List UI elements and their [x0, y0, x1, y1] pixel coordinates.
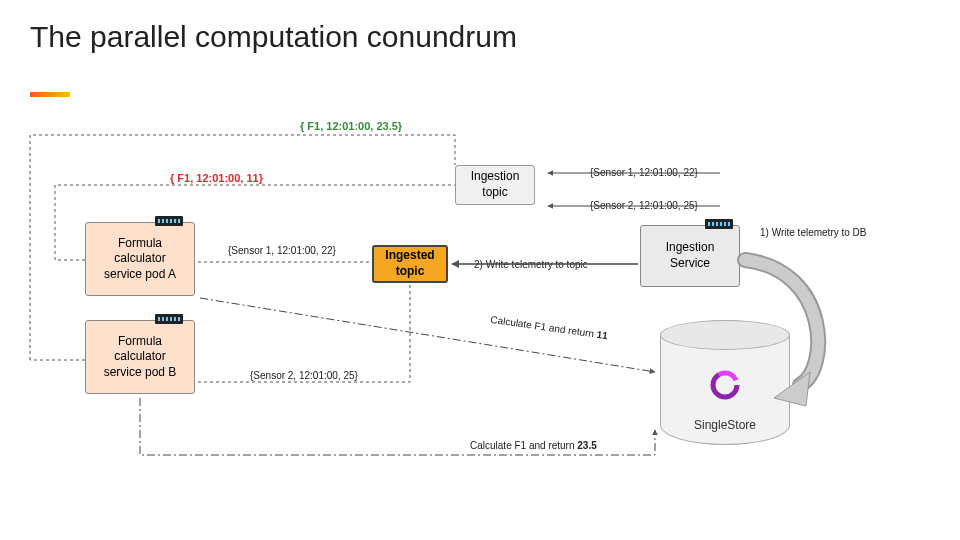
step-2-label: 2) Write telemetry to topic: [474, 259, 588, 270]
pod-a-label: Formula calculator service pod A: [94, 236, 186, 283]
ingested-topic-label: Ingested topic: [382, 248, 438, 279]
ingested-topic: Ingested topic: [372, 245, 448, 283]
step-1-label: 1) Write telemetry to DB: [760, 227, 867, 238]
result-green: { F1, 12:01:00, 23.5}: [300, 120, 402, 132]
formula-pod-a: Formula calculator service pod A: [85, 222, 195, 296]
singlestore-logo-icon: [708, 368, 742, 406]
database: SingleStore: [660, 320, 790, 450]
accent-bar: [30, 92, 70, 97]
ingestion-service-label: Ingestion Service: [649, 240, 731, 271]
calc-a-text: Calculate F1 and return 11: [490, 314, 609, 341]
calc-a-label: Calculate F1 and return 11: [490, 314, 609, 341]
calc-b-text: Calculate F1 and return 23.5: [470, 440, 597, 451]
msg-sensor2-b: {Sensor 2, 12:01:00, 25}: [250, 370, 358, 381]
page-title: The parallel computation conundrum: [30, 20, 517, 54]
chip-icon: [155, 314, 183, 324]
database-label: SingleStore: [660, 418, 790, 432]
formula-pod-b: Formula calculator service pod B: [85, 320, 195, 394]
msg-sensor1-a: {Sensor 1, 12:01:00, 22}: [228, 245, 336, 256]
ingestion-topic-label: Ingestion topic: [464, 169, 526, 200]
msg-sensor2: {Sensor 2, 12:01:00, 25}: [590, 200, 698, 211]
chip-icon: [705, 219, 733, 229]
chip-icon: [155, 216, 183, 226]
pod-b-label: Formula calculator service pod B: [94, 334, 186, 381]
result-red: { F1, 12:01:00, 11}: [170, 172, 263, 184]
calc-b-label: Calculate F1 and return 23.5: [470, 440, 597, 451]
ingestion-service: Ingestion Service: [640, 225, 740, 287]
ingestion-topic: Ingestion topic: [455, 165, 535, 205]
msg-sensor1: {Sensor 1, 12:01:00, 22}: [590, 167, 698, 178]
